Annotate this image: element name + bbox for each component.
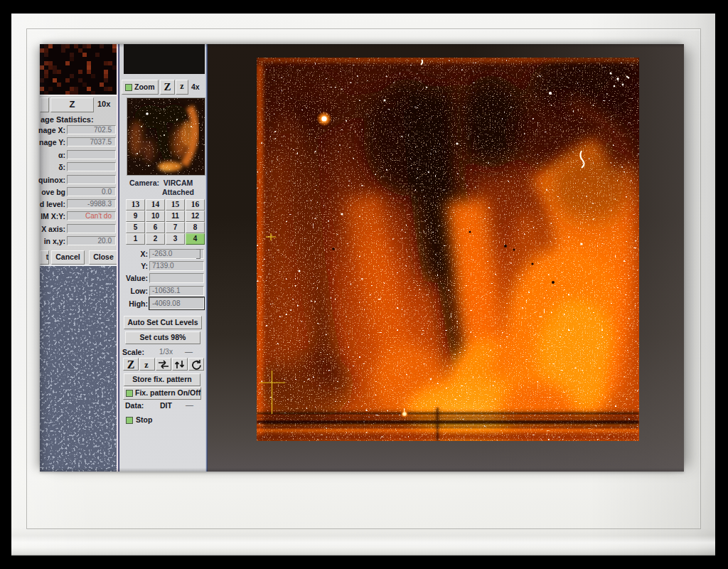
svg-text:Z: Z [127,358,135,370]
svg-text:z: z [144,360,149,370]
